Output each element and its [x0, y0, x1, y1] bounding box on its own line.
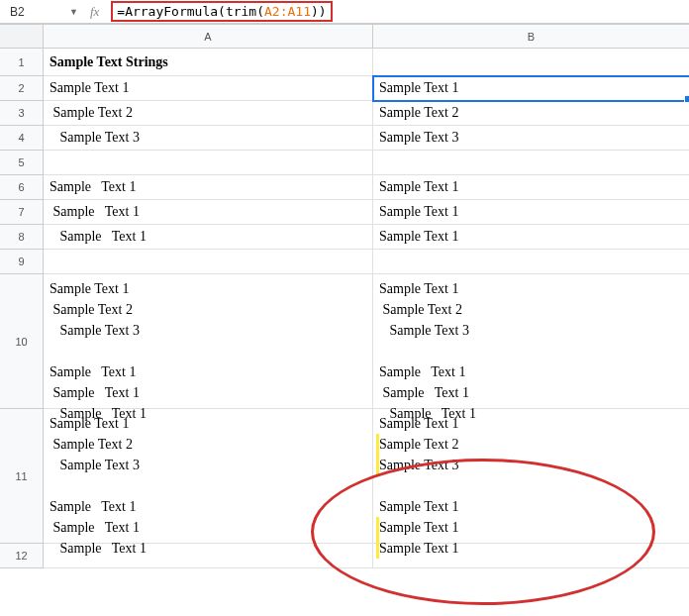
row-header-7[interactable]: 7 [0, 200, 44, 225]
row-header-11[interactable]: 11 [0, 409, 44, 544]
column-header-b[interactable]: B [373, 25, 689, 49]
row-header-8[interactable]: 8 [0, 225, 44, 250]
formula-function-trim: trim [226, 4, 256, 19]
cell-b10-line: Sample Text 1 [379, 278, 458, 299]
cell-a3[interactable]: Sample Text 2 [44, 101, 373, 126]
cell-a6[interactable]: Sample Text 1 [44, 175, 373, 200]
cell-b11[interactable]: Sample Text 1 Sample Text 2 Sample Text … [373, 409, 689, 544]
cell-b3[interactable]: Sample Text 2 [373, 101, 689, 126]
name-box-dropdown-icon[interactable]: ▼ [69, 7, 78, 17]
cell-b1[interactable] [373, 49, 689, 76]
cell-a11[interactable]: Sample Text 1 Sample Text 2 Sample Text … [44, 409, 373, 544]
select-all-corner[interactable] [0, 25, 44, 49]
cell-b10[interactable]: Sample Text 1 Sample Text 2 Sample Text … [373, 274, 689, 409]
cell-a11-line: Sample Text 3 [49, 455, 140, 475]
cell-b9[interactable] [373, 250, 689, 274]
cell-b10-line: Sample Text 1 [379, 382, 469, 403]
row-header-6[interactable]: 6 [0, 175, 44, 200]
cell-a2[interactable]: Sample Text 1 [44, 76, 373, 101]
name-box[interactable]: B2 [4, 5, 63, 19]
formula-function-arrayformula: ArrayFormula [125, 4, 218, 19]
cell-a11-line: Sample Text 1 [49, 496, 136, 517]
cell-a5[interactable] [44, 151, 373, 175]
formula-bar: B2 ▼ fx = ArrayFormula ( trim ( A2:A11 )… [0, 0, 689, 24]
cell-a11-line [49, 475, 53, 496]
cell-b4[interactable]: Sample Text 3 [373, 126, 689, 151]
cell-b7[interactable]: Sample Text 1 [373, 200, 689, 225]
spreadsheet-grid[interactable]: A B 1 Sample Text Strings 2 Sample Text … [0, 24, 689, 568]
column-header-a[interactable]: A [44, 25, 373, 49]
cell-b11-line-highlighted: Sample Text 1 [376, 517, 458, 538]
cell-a10-line: Sample Text 1 [49, 278, 129, 299]
row-header-4[interactable]: 4 [0, 126, 44, 151]
cell-b11-line: Sample Text 1 [379, 496, 458, 517]
cell-a1[interactable]: Sample Text Strings [44, 49, 373, 76]
formula-open-paren: ( [218, 4, 226, 19]
row-header-2[interactable]: 2 [0, 76, 44, 101]
row-header-1[interactable]: 1 [0, 49, 44, 76]
cell-a10-line: Sample Text 1 [49, 382, 140, 403]
cell-b6[interactable]: Sample Text 1 [373, 175, 689, 200]
formula-open-paren-2: ( [256, 4, 264, 19]
cell-a12[interactable] [44, 544, 373, 568]
cell-a10-line [49, 341, 53, 361]
cell-b5[interactable] [373, 151, 689, 175]
cell-a4[interactable]: Sample Text 3 [44, 126, 373, 151]
cell-a10-line: Sample Text 2 [49, 299, 133, 320]
cell-a10-line: Sample Text 3 [49, 320, 140, 341]
cell-b12[interactable] [373, 544, 689, 568]
cell-a10[interactable]: Sample Text 1 Sample Text 2 Sample Text … [44, 274, 373, 409]
row-header-5[interactable]: 5 [0, 151, 44, 175]
fx-icon: fx [84, 4, 105, 20]
cell-b11-line-highlighted: Sample Text 3 [376, 455, 458, 475]
cell-b10-line: Sample Text 3 [379, 320, 469, 341]
cell-a11-line: Sample Text 1 [49, 413, 129, 434]
row-header-3[interactable]: 3 [0, 101, 44, 126]
cell-b11-line: Sample Text 1 [379, 413, 458, 434]
cell-a10-line: Sample Text 1 [49, 361, 136, 382]
cell-b8[interactable]: Sample Text 1 [373, 225, 689, 250]
cell-b10-line: Sample Text 1 [379, 361, 465, 382]
cell-b10-line: Sample Text 2 [379, 299, 462, 320]
cell-a11-line: Sample Text 2 [49, 434, 133, 455]
cell-a9[interactable] [44, 250, 373, 274]
row-header-12[interactable]: 12 [0, 544, 44, 568]
cell-b11-line [379, 475, 383, 496]
cell-a8[interactable]: Sample Text 1 [44, 225, 373, 250]
cell-a7[interactable]: Sample Text 1 [44, 200, 373, 225]
cell-a11-line: Sample Text 1 [49, 517, 140, 538]
cell-b10-line [379, 341, 383, 361]
row-header-10[interactable]: 10 [0, 274, 44, 409]
formula-equals: = [117, 4, 125, 19]
cell-b2-active[interactable]: Sample Text 1 [373, 76, 689, 101]
formula-range: A2:A11 [264, 4, 311, 19]
formula-close-parens: )) [311, 4, 327, 19]
row-header-9[interactable]: 9 [0, 250, 44, 274]
formula-input[interactable]: = ArrayFormula ( trim ( A2:A11 )) [111, 1, 332, 22]
cell-b11-line-highlighted: Sample Text 2 [376, 434, 458, 455]
